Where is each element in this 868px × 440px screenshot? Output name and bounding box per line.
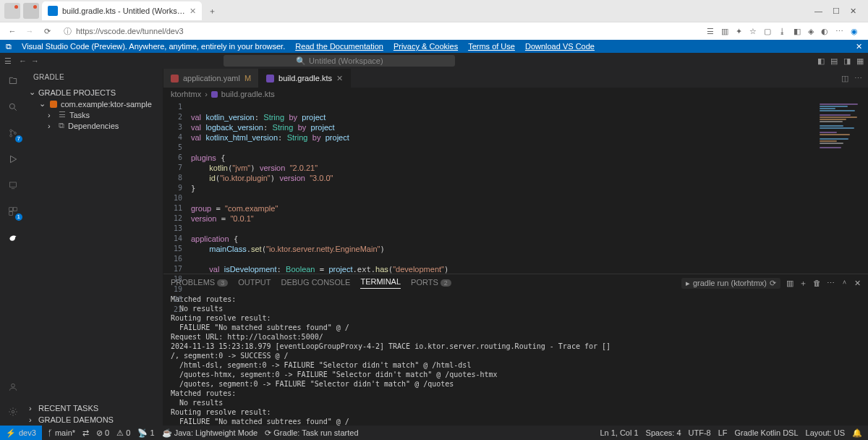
window-minimize[interactable]: — bbox=[814, 7, 822, 16]
tasks-item[interactable]: ›☰Tasks bbox=[26, 109, 163, 120]
branch-indicator[interactable]: ᚶ main* bbox=[48, 428, 75, 437]
tab-application-yaml[interactable]: application.yaml M bbox=[163, 69, 259, 88]
forward-button[interactable]: → bbox=[23, 27, 36, 36]
banner-link-docs[interactable]: Read the Documentation bbox=[295, 42, 383, 51]
more-icon[interactable]: ⋯ bbox=[835, 27, 843, 36]
bottom-panel: PROBLEMS 3 OUTPUT DEBUG CONSOLE TERMINAL… bbox=[163, 274, 868, 426]
copilot-icon[interactable]: ◉ bbox=[851, 27, 858, 36]
ext4-icon[interactable]: ◐ bbox=[821, 27, 828, 36]
svg-rect-6 bbox=[14, 208, 17, 211]
ext3-icon[interactable]: ◈ bbox=[808, 27, 814, 36]
section-projects[interactable]: ⌄GRADLE PROJECTS bbox=[26, 86, 163, 98]
workspace-button[interactable] bbox=[23, 3, 39, 19]
remote-explorer-icon[interactable] bbox=[5, 177, 21, 193]
svg-point-1 bbox=[10, 130, 12, 132]
tab-debug-console[interactable]: DEBUG CONSOLE bbox=[281, 278, 350, 289]
split-editor-icon[interactable]: ◫ bbox=[841, 74, 848, 83]
layout-indicator[interactable]: Layout: US bbox=[806, 428, 845, 437]
banner-link-download[interactable]: Download VS Code bbox=[525, 42, 595, 51]
sync-button[interactable]: ⇄ bbox=[82, 428, 89, 438]
tab-build-gradle[interactable]: build.gradle.kts ✕ bbox=[259, 69, 351, 88]
window-maximize[interactable]: ☐ bbox=[833, 7, 840, 16]
preview-banner: ⧉ Visual Studio Code (Preview). Anywhere… bbox=[0, 40, 868, 53]
new-terminal-icon[interactable]: ＋ bbox=[799, 278, 807, 289]
eol[interactable]: LF bbox=[718, 428, 728, 437]
java-mode[interactable]: ☕ Java: Lightweight Mode bbox=[162, 428, 258, 438]
tab-close-icon[interactable]: ✕ bbox=[190, 7, 196, 16]
tab-output[interactable]: OUTPUT bbox=[238, 278, 271, 289]
kill-terminal-icon[interactable]: 🗑 bbox=[813, 279, 821, 287]
remote-indicator[interactable]: ⚡dev3 bbox=[0, 426, 42, 440]
vscode-app: ⧉ Visual Studio Code (Preview). Anywhere… bbox=[0, 40, 868, 440]
project-item[interactable]: ⌄com.example:ktor-sample bbox=[26, 98, 163, 109]
gradle-icon[interactable] bbox=[5, 229, 21, 245]
history-fwd-icon[interactable]: → bbox=[31, 56, 39, 65]
layout-left-icon[interactable]: ◧ bbox=[817, 56, 825, 66]
ports-count[interactable]: 📡 1 bbox=[137, 428, 154, 438]
ext2-icon[interactable]: ◧ bbox=[793, 27, 801, 36]
kotlin-file-icon bbox=[211, 91, 218, 98]
new-tab-button[interactable]: ＋ bbox=[205, 3, 221, 19]
code-editor[interactable]: 123456789101112131415161718192021 val ko… bbox=[163, 101, 868, 274]
tab-close-icon[interactable]: ✕ bbox=[336, 74, 343, 83]
address-bar[interactable]: ⓘ https://vscode.dev/tunnel/dev3 bbox=[59, 26, 701, 37]
more-actions-icon[interactable]: ⋯ bbox=[854, 74, 862, 83]
accounts-icon[interactable] bbox=[5, 379, 21, 395]
warnings-count[interactable]: ⚠ 0 bbox=[116, 428, 130, 438]
back-button[interactable]: ← bbox=[6, 27, 19, 36]
explorer-icon[interactable] bbox=[5, 73, 21, 89]
vscode-favicon bbox=[48, 6, 58, 16]
settings-icon[interactable] bbox=[5, 404, 21, 420]
terminal-output[interactable]: Matched routes: No results Routing resol… bbox=[163, 292, 868, 426]
menu-icon[interactable]: ☰ bbox=[4, 56, 12, 66]
breadcrumb[interactable]: ktorhtmx› build.gradle.kts bbox=[163, 88, 868, 101]
browser-chrome: build.gradle.kts - Untitled (Works… ✕ ＋ … bbox=[0, 0, 868, 40]
source-control-icon[interactable]: 7 bbox=[5, 125, 21, 141]
banner-link-privacy[interactable]: Privacy & Cookies bbox=[393, 42, 458, 51]
run-debug-icon[interactable] bbox=[5, 151, 21, 167]
extensions-tab-icon[interactable]: 1 bbox=[5, 203, 21, 219]
command-center[interactable]: 🔍 Untitled (Workspace) bbox=[224, 55, 455, 67]
banner-link-terms[interactable]: Terms of Use bbox=[468, 42, 515, 51]
layout-right-icon[interactable]: ◨ bbox=[843, 56, 851, 66]
search-tab-icon[interactable] bbox=[5, 99, 21, 115]
section-daemons[interactable]: ›GRADLE DAEMONS bbox=[26, 414, 163, 426]
sidebar-title: GRADLE bbox=[26, 69, 163, 85]
sparkle-icon[interactable]: ✦ bbox=[736, 27, 742, 36]
tab-ports[interactable]: PORTS 2 bbox=[411, 278, 451, 289]
gradle-task[interactable]: ⟳ Gradle: Task run started bbox=[265, 428, 358, 438]
maximize-panel-icon[interactable]: ＾ bbox=[841, 278, 848, 289]
layout-bottom-icon[interactable]: ▤ bbox=[830, 56, 838, 66]
reader-icon[interactable]: ☰ bbox=[707, 27, 714, 36]
line-gutter: 123456789101112131415161718192021 bbox=[163, 101, 188, 274]
language-mode[interactable]: Gradle Kotlin DSL bbox=[735, 428, 799, 437]
indent[interactable]: Spaces: 4 bbox=[646, 428, 681, 437]
code-content[interactable]: val kotlin_version: String by project va… bbox=[188, 101, 817, 274]
banner-close-icon[interactable]: ✕ bbox=[856, 42, 862, 51]
cursor-position[interactable]: Ln 1, Col 1 bbox=[600, 428, 638, 437]
reload-button[interactable]: ⟳ bbox=[41, 27, 54, 36]
window-close[interactable]: ✕ bbox=[850, 7, 856, 16]
download-icon[interactable]: ⭳ bbox=[778, 27, 786, 36]
terminal-name[interactable]: ▸gradle run (ktorhtmx)⟳ bbox=[681, 278, 780, 289]
deps-icon: ⧉ bbox=[59, 121, 64, 130]
section-recent[interactable]: ›RECENT TASKS bbox=[26, 402, 163, 414]
collections-icon[interactable]: ▥ bbox=[721, 27, 728, 36]
close-panel-icon[interactable]: ✕ bbox=[854, 279, 861, 288]
notifications-icon[interactable]: 🔔 bbox=[852, 428, 862, 438]
browser-tab-active[interactable]: build.gradle.kts - Untitled (Works… ✕ bbox=[42, 1, 202, 20]
layout-custom-icon[interactable]: ▦ bbox=[856, 56, 864, 66]
star-icon[interactable]: ☆ bbox=[749, 27, 757, 36]
errors-count[interactable]: ⊘ 0 bbox=[96, 428, 109, 438]
svg-rect-7 bbox=[9, 212, 13, 216]
tab-terminal[interactable]: TERMINAL bbox=[360, 277, 401, 289]
extensions-icon[interactable]: ▢ bbox=[764, 27, 771, 36]
encoding[interactable]: UTF-8 bbox=[689, 428, 711, 437]
history-back-icon[interactable]: ← bbox=[19, 56, 27, 65]
more-terminal-icon[interactable]: ⋯ bbox=[827, 279, 835, 288]
profile-button[interactable] bbox=[4, 3, 20, 19]
split-terminal-icon[interactable]: ▥ bbox=[786, 279, 793, 288]
deps-item[interactable]: ›⧉Dependencies bbox=[26, 120, 163, 131]
editor-tabs: application.yaml M build.gradle.kts ✕ ◫ … bbox=[163, 69, 868, 88]
minimap[interactable] bbox=[817, 101, 868, 274]
